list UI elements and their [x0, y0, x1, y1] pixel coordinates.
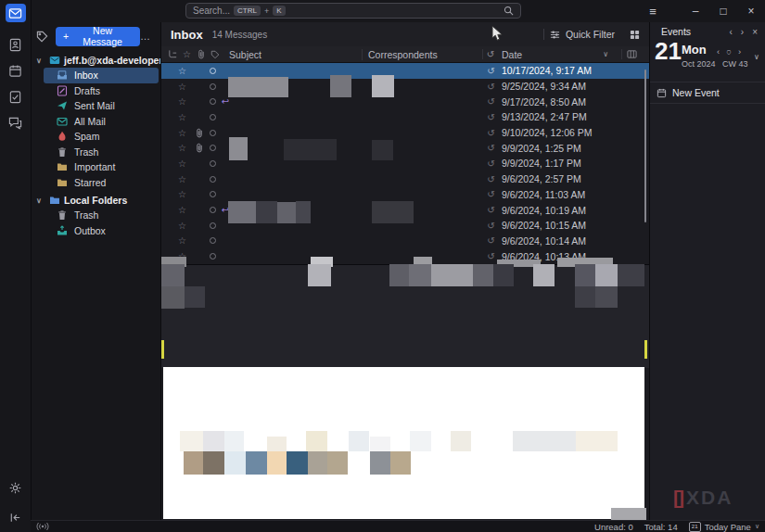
folder-starred[interactable]: Starred	[44, 175, 159, 191]
folder-trash[interactable]: Trash	[44, 145, 159, 160]
app-menu-icon[interactable]: ≡	[639, 5, 667, 19]
read-status-icon[interactable]	[207, 130, 219, 136]
space-tasks-button[interactable]	[6, 87, 26, 106]
junk-toggle-icon[interactable]: ↺	[485, 174, 497, 184]
message-row[interactable]: ☆↺9/6/2024, 2:57 PM	[161, 171, 649, 187]
star-icon[interactable]: ☆	[178, 235, 192, 246]
minimonth-chevron-icon[interactable]: ∨	[754, 53, 759, 61]
junk-toggle-icon[interactable]: ↺	[485, 112, 497, 122]
collapse-spaces-button[interactable]	[6, 508, 26, 526]
read-status-icon[interactable]	[207, 207, 219, 213]
star-icon[interactable]: ☆	[178, 158, 192, 169]
quick-filter-button[interactable]: Quick Filter	[566, 29, 615, 40]
folder-drafts[interactable]: Drafts	[44, 83, 159, 99]
new-message-button[interactable]: + New Message	[56, 27, 140, 46]
message-row[interactable]: ☆↺9/6/2024, 10:13 AM	[161, 248, 649, 264]
junk-toggle-icon[interactable]: ↺	[485, 235, 497, 246]
close-button[interactable]: ×	[737, 5, 765, 18]
tag-column-icon[interactable]	[208, 50, 222, 59]
message-row[interactable]: ☆↺9/6/2024, 10:15 AM	[161, 218, 649, 234]
day-prev-icon[interactable]: ‹	[717, 46, 720, 57]
read-status-icon[interactable]	[207, 114, 219, 120]
read-status-icon[interactable]	[207, 237, 219, 244]
account-row[interactable]: ∨ jeff.b@xda-developers.c...	[31, 53, 160, 68]
space-mail-button[interactable]	[6, 4, 26, 22]
star-icon[interactable]: ☆	[178, 82, 192, 92]
folder-trash[interactable]: Trash	[44, 208, 159, 223]
message-row[interactable]: ☆↺9/25/2024, 9:34 AM	[161, 79, 649, 95]
star-icon[interactable]: ☆	[178, 251, 192, 261]
folder-inbox[interactable]: Inbox	[44, 68, 159, 83]
space-calendar-button[interactable]	[6, 61, 26, 80]
folder-all-mail[interactable]: All Mail	[44, 114, 159, 130]
star-icon[interactable]: ☆	[178, 112, 192, 122]
expander-icon[interactable]: ∨	[36, 57, 45, 65]
star-icon[interactable]: ☆	[178, 174, 192, 184]
space-addressbook-button[interactable]	[6, 35, 26, 54]
star-icon[interactable]: ☆	[178, 189, 192, 199]
junk-toggle-icon[interactable]: ↺	[485, 96, 497, 107]
tag-icon[interactable]	[36, 31, 48, 43]
read-status-icon[interactable]	[207, 98, 219, 105]
read-status-icon[interactable]	[207, 145, 219, 151]
events-prev-icon[interactable]: ‹	[729, 27, 732, 37]
subject-column-header[interactable]: Subject	[229, 49, 362, 60]
junk-toggle-icon[interactable]: ↺	[485, 128, 497, 138]
folder-outbox[interactable]: Outbox	[44, 223, 159, 239]
junk-toggle-icon[interactable]: ↺	[485, 143, 497, 153]
thread-column-icon[interactable]	[166, 49, 180, 59]
junk-toggle-icon[interactable]: ↺	[485, 251, 497, 261]
star-icon[interactable]: ☆	[178, 128, 192, 138]
star-icon[interactable]: ☆	[178, 96, 192, 107]
message-row[interactable]: ☆↺9/6/2024, 10:14 AM	[161, 234, 649, 249]
close-today-pane-icon[interactable]: ×	[752, 27, 758, 37]
settings-button[interactable]	[6, 478, 26, 497]
message-row[interactable]: ☆↺9/6/2024, 11:03 AM	[161, 187, 649, 203]
maximize-button[interactable]: □	[709, 5, 737, 18]
new-event-button[interactable]: New Event	[650, 82, 765, 104]
message-row[interactable]: ☆↺9/13/2024, 2:47 PM	[161, 109, 649, 125]
column-picker-icon[interactable]	[621, 49, 642, 59]
folder-spam[interactable]: Spam	[44, 129, 159, 145]
junk-toggle-icon[interactable]: ↺	[485, 66, 497, 76]
message-row[interactable]: ☆↺9/9/2024, 1:17 PM	[161, 156, 649, 171]
date-column-header[interactable]: Date ∨	[498, 49, 621, 60]
read-status-icon[interactable]	[207, 160, 219, 167]
message-list-scrollbar[interactable]	[644, 70, 646, 222]
read-status-icon[interactable]	[207, 68, 219, 74]
folder-sent-mail[interactable]: Sent Mail	[44, 98, 159, 114]
more-options-button[interactable]: …	[140, 31, 155, 42]
star-column-icon[interactable]: ☆	[180, 49, 194, 59]
attachment-column-icon[interactable]	[194, 49, 208, 59]
display-options-icon[interactable]	[630, 30, 640, 40]
junk-toggle-icon[interactable]: ↺	[485, 205, 497, 215]
read-status-icon[interactable]	[207, 83, 219, 90]
folder-important[interactable]: Important	[44, 159, 159, 175]
star-icon[interactable]: ☆	[178, 221, 192, 231]
read-status-icon[interactable]	[207, 176, 219, 183]
today-dot-icon[interactable]: ○	[726, 46, 732, 57]
local-folders-row[interactable]: ∨ Local Folders	[31, 193, 160, 208]
message-row[interactable]: ☆↺9/9/2024, 1:25 PM	[161, 140, 649, 156]
global-search-input[interactable]: Search... CTRL + K	[185, 3, 521, 19]
junk-toggle-icon[interactable]: ↺	[485, 221, 497, 231]
day-next-icon[interactable]: ›	[738, 46, 741, 57]
read-status-icon[interactable]	[207, 253, 219, 260]
minimize-button[interactable]: –	[682, 5, 709, 18]
expander-icon[interactable]: ∨	[36, 196, 45, 205]
today-pane-toggle[interactable]: 21 Today Pane ∨	[689, 522, 759, 532]
events-next-icon[interactable]: ›	[741, 27, 744, 37]
junk-toggle-icon[interactable]: ↺	[485, 189, 497, 199]
junk-toggle-icon[interactable]: ↺	[485, 82, 497, 92]
star-icon[interactable]: ☆	[178, 66, 192, 76]
message-row[interactable]: ☆↺9/10/2024, 12:06 PM	[161, 125, 649, 141]
junk-toggle-icon[interactable]: ↺	[485, 158, 497, 169]
message-row[interactable]: ☆↺10/17/2024, 9:17 AM	[161, 63, 649, 79]
message-row[interactable]: ☆↩↺9/6/2024, 10:19 AM	[161, 202, 649, 218]
junk-column-icon[interactable]: ↺	[482, 49, 498, 59]
message-row[interactable]: ☆↩↺9/17/2024, 8:50 AM	[161, 94, 649, 109]
star-icon[interactable]: ☆	[178, 205, 192, 215]
star-icon[interactable]: ☆	[178, 143, 192, 153]
read-status-icon[interactable]	[207, 222, 219, 229]
read-status-icon[interactable]	[207, 191, 219, 197]
